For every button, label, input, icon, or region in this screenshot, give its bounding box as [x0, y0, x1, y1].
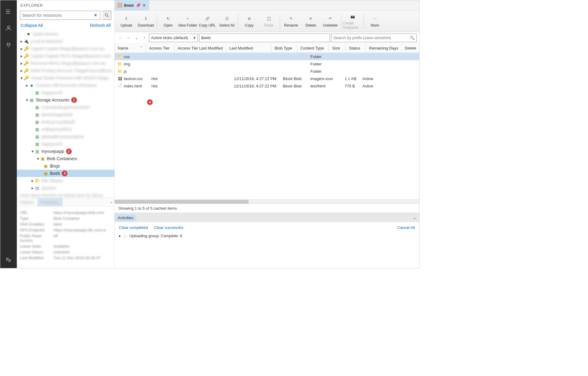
table-row[interactable]: 📁cssFolder [115, 53, 419, 60]
plus-icon: ＋ [184, 15, 191, 22]
tree-item-web[interactable]: ▣ $web 3 [17, 170, 114, 177]
undelete-button[interactable]: ↶Undelete [320, 11, 340, 32]
undelete-icon: ↶ [327, 15, 334, 22]
table-row[interactable]: 🖼favicon.icoHot12/11/2018, 4:27:22 PMBlo… [115, 75, 419, 82]
delete-button[interactable]: ✕Delete [301, 11, 320, 32]
svg-point-0 [7, 26, 9, 28]
col-access-tier[interactable]: Access Tier [146, 44, 174, 53]
copyurl-button[interactable]: 🔗Copy URL [198, 11, 217, 32]
tree-item[interactable]: ▸🔑SSW Primary Account ThiagoPassos@ssw [17, 67, 114, 74]
activity-item[interactable]: ▸ ◌ Uploading group: Complete: 8 [119, 234, 415, 238]
properties-tab[interactable]: Properties [37, 198, 63, 206]
panel-collapse-icon[interactable]: ⌄ [110, 199, 113, 204]
file-name: favicon.ico [124, 76, 142, 81]
col-content-type[interactable]: Content Type [297, 44, 329, 53]
collapse-all-link[interactable]: Collapse All [20, 23, 43, 28]
tree-item[interactable]: more items blurred out below here for de… [17, 192, 114, 198]
resource-search-box[interactable]: × [20, 11, 100, 20]
col-size[interactable]: Size [329, 44, 346, 53]
properties-panel: ⌄ Actions Properties URLhttps://myvuejsa… [17, 198, 114, 268]
grid-header: Name ˄ Access Tier Access Tier Last Modi… [115, 44, 419, 53]
tree-item[interactable]: ▦cr3u2ubr8capehrub18o07 [17, 104, 114, 111]
container-icon: ▣ [43, 171, 48, 176]
snapshot-button[interactable]: 📷Create Snapshot [343, 11, 362, 32]
tree-item[interactable]: ▸📁File Shares [17, 177, 114, 184]
path-input[interactable]: $web [199, 34, 330, 42]
search-button[interactable] [102, 11, 111, 20]
tree-item[interactable]: ▸▤Queues [17, 184, 114, 192]
nav-up-icon[interactable]: ↑ [141, 35, 148, 41]
clear-successful-link[interactable]: Clear successful [154, 225, 183, 230]
tree-item-logs[interactable]: ▣ $logs [17, 162, 114, 170]
refresh-all-link[interactable]: Refresh All [90, 23, 111, 28]
table-row[interactable]: 📁jsFolder [115, 68, 419, 75]
chevron-down-icon[interactable]: ⌄ [413, 216, 416, 220]
tree-item[interactable]: ★Quick Access [17, 30, 114, 38]
nav-forward-icon[interactable]: → [125, 35, 132, 41]
tree-item[interactable]: ▦happyconft [17, 89, 114, 96]
tree-item-myvuejsapp[interactable]: ▾▦ myvuejsapp 2 [17, 148, 114, 155]
cell-contenttype: Folder [307, 54, 342, 59]
feedback-activity-icon[interactable] [4, 255, 13, 264]
col-remaining[interactable]: Remaining Days [366, 44, 401, 53]
close-icon[interactable]: ✕ [142, 3, 146, 8]
nav-back-icon[interactable]: ← [117, 35, 124, 41]
col-tier-modified[interactable]: Access Tier Last Modified [175, 44, 226, 53]
tree-item[interactable]: ▦happyconft [17, 140, 114, 148]
actions-tab[interactable]: Actions [17, 198, 37, 206]
selectall-button[interactable]: ☑Select All [217, 11, 237, 32]
folder-icon: 📁 [35, 178, 39, 183]
table-row[interactable]: 📁imgFolder [115, 60, 419, 68]
col-status[interactable]: Status [346, 44, 366, 53]
download-button[interactable]: ↧Download [136, 11, 156, 32]
tree-item[interactable]: ▸🔑Cygnet Capital PAYG thiago@paasco.com [17, 52, 114, 60]
activities-header[interactable]: Activities ⌄ [115, 213, 419, 222]
tree-item[interactable]: ▦ernkoycmy2tba05 [17, 118, 114, 126]
tree-item-storage-accounts[interactable]: ▾▦ Storage Accounts 1 [17, 96, 114, 104]
file-icon: 📄 [118, 84, 122, 88]
nav-dropdown-icon[interactable]: ⌄ [133, 35, 140, 41]
editor-tab[interactable]: $web 📌 ✕ [115, 0, 149, 10]
key-icon: 🔑 [24, 53, 28, 58]
horizontal-scrollbar[interactable] [115, 199, 419, 204]
tree-item[interactable]: ▸🔑Cygnet Capital thiago@paasco.com.au [17, 45, 114, 52]
copy-button[interactable]: ⧉Copy [239, 11, 259, 32]
col-blob-type[interactable]: Blob Type [272, 44, 297, 53]
tree-item[interactable]: ▸🔑Personal PAYG thiago@paasco.com.au [17, 60, 114, 67]
tree-item[interactable]: ▸◆Cosmos DB Accounts (Preview) [17, 82, 114, 89]
tree-item[interactable]: ▦erdkepcmy9916 [17, 126, 114, 133]
account-activity-icon[interactable] [4, 24, 13, 33]
col-last-modified[interactable]: Last Modified [226, 44, 272, 53]
newfolder-button[interactable]: ＋New Folder [178, 11, 198, 32]
cell-status: Active [359, 84, 381, 88]
filter-dropdown[interactable]: Active blobs (default) [149, 34, 198, 42]
tree-item[interactable]: ▸🔌Local & Attached [17, 38, 114, 45]
selectall-icon: ☑ [224, 15, 230, 22]
tree-item[interactable]: ▦gltobaldlcomtcarapline [17, 133, 114, 140]
storage-icon: ▦ [29, 98, 34, 102]
table-row[interactable]: 📄index.htmlHot12/11/2018, 4:27:22 PMBloc… [115, 82, 419, 90]
pin-icon[interactable]: 📌 [136, 3, 141, 8]
paste-button[interactable]: 📋Paste [259, 11, 279, 32]
tree-item[interactable]: ▾🔑Visual Studio Premium with MSDN thiago [17, 74, 114, 82]
more-button[interactable]: ⋯More [365, 11, 385, 32]
open-button[interactable]: ↻Open [158, 11, 178, 32]
clear-completed-link[interactable]: Clear completed [119, 225, 148, 230]
rename-button[interactable]: ✎Rename [281, 11, 301, 32]
col-deleted[interactable]: Delete [401, 44, 419, 53]
explorer-activity-icon[interactable] [4, 7, 13, 16]
search-icon[interactable]: 🔍 [410, 35, 415, 40]
prefix-search-box[interactable]: 🔍 [331, 34, 417, 42]
storage-icon: ▦ [35, 112, 39, 117]
search-clear-icon[interactable]: × [93, 13, 98, 18]
tree-item[interactable]: ▦detncitoagc8e09 [17, 111, 114, 118]
prefix-search-input[interactable] [333, 35, 410, 40]
resource-search-input[interactable] [22, 13, 93, 18]
expand-icon[interactable]: ▸ [119, 234, 121, 238]
plug-activity-icon[interactable] [4, 40, 13, 49]
upload-button[interactable]: ↥Upload [116, 11, 136, 32]
cancel-all-link[interactable]: Cancel All [397, 225, 415, 230]
camera-icon: 📷 [349, 13, 356, 20]
tree-item-blob-containers[interactable]: ▾▣ Blob Containers [17, 155, 114, 162]
col-name[interactable]: Name ˄ [115, 44, 146, 53]
